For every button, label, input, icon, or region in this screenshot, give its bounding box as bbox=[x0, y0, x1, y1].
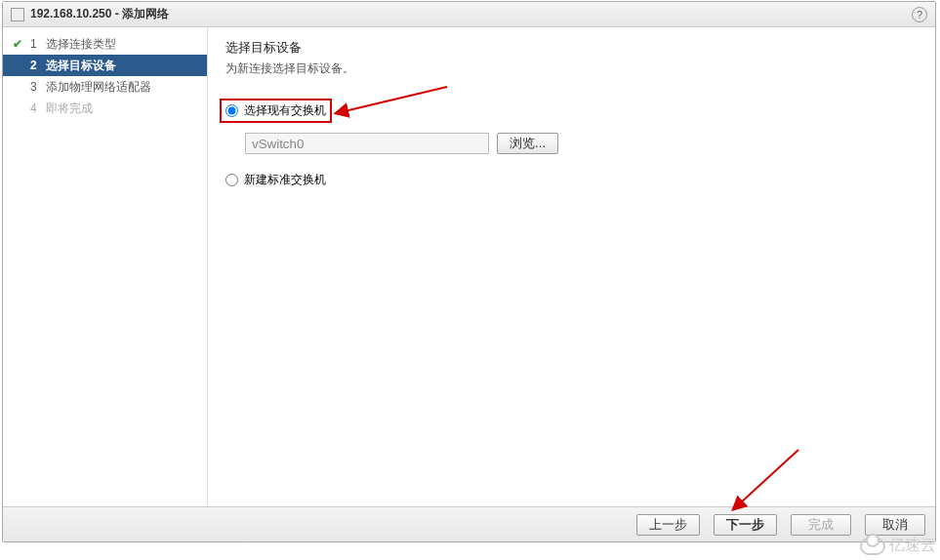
switch-name-input bbox=[245, 133, 489, 154]
step-label: 选择连接类型 bbox=[46, 36, 116, 53]
title-host: 192.168.10.250 bbox=[30, 7, 111, 20]
step-number: 4 bbox=[30, 101, 42, 115]
browse-button[interactable]: 浏览... bbox=[497, 133, 558, 154]
checkmark-icon: ✔ bbox=[13, 37, 26, 51]
cloud-icon bbox=[860, 538, 885, 555]
wizard-steps-sidebar: ✔ 1 选择连接类型 ✔ 2 选择目标设备 ✔ 3 添加物理网络适配器 ✔ 4 … bbox=[3, 27, 208, 506]
existing-switch-row: 浏览... bbox=[245, 133, 918, 154]
back-button[interactable]: 上一步 bbox=[636, 514, 700, 536]
option-existing-label: 选择现有交换机 bbox=[244, 102, 326, 119]
wizard-content: 选择目标设备 为新连接选择目标设备。 选择现有交换机 浏览... 新建标准交换机 bbox=[208, 27, 935, 506]
step-number: 3 bbox=[30, 80, 42, 94]
step-4[interactable]: ✔ 4 即将完成 bbox=[3, 98, 207, 119]
wizard-footer: 上一步 下一步 完成 取消 bbox=[3, 506, 935, 541]
step-1[interactable]: ✔ 1 选择连接类型 bbox=[3, 33, 207, 55]
dialog-body: ✔ 1 选择连接类型 ✔ 2 选择目标设备 ✔ 3 添加物理网络适配器 ✔ 4 … bbox=[3, 27, 935, 506]
step-2[interactable]: ✔ 2 选择目标设备 bbox=[3, 55, 207, 76]
radio-existing-switch[interactable] bbox=[225, 104, 238, 117]
wizard-dialog: 192.168.10.250 - 添加网络 ? ✔ 1 选择连接类型 ✔ 2 选… bbox=[2, 1, 936, 542]
watermark-text: 亿速云 bbox=[889, 536, 936, 556]
next-button[interactable]: 下一步 bbox=[714, 514, 777, 536]
title-text: 添加网络 bbox=[122, 7, 169, 20]
radio-new-switch[interactable] bbox=[225, 174, 238, 186]
title-sep: - bbox=[111, 7, 122, 20]
step-number: 1 bbox=[30, 37, 42, 51]
content-subheading: 为新连接选择目标设备。 bbox=[225, 60, 918, 77]
option-new-label: 新建标准交换机 bbox=[244, 172, 326, 188]
watermark: 亿速云 bbox=[860, 536, 936, 556]
option-new-switch[interactable]: 新建标准交换机 bbox=[225, 172, 918, 188]
content-heading: 选择目标设备 bbox=[225, 39, 918, 57]
help-icon[interactable]: ? bbox=[912, 7, 927, 22]
step-label: 即将完成 bbox=[46, 100, 93, 117]
cancel-button[interactable]: 取消 bbox=[865, 514, 925, 536]
step-label: 添加物理网络适配器 bbox=[46, 79, 151, 96]
titlebar: 192.168.10.250 - 添加网络 ? bbox=[3, 2, 935, 27]
step-number: 2 bbox=[30, 59, 42, 72]
option-existing-switch[interactable]: 选择现有交换机 bbox=[220, 99, 332, 123]
finish-button: 完成 bbox=[791, 514, 851, 536]
svg-line-0 bbox=[345, 87, 447, 111]
step-label: 选择目标设备 bbox=[46, 58, 116, 74]
host-icon bbox=[11, 8, 24, 21]
window-title: 192.168.10.250 - 添加网络 bbox=[30, 6, 912, 22]
annotation-arrow-icon bbox=[335, 82, 452, 124]
step-3[interactable]: ✔ 3 添加物理网络适配器 bbox=[3, 76, 207, 98]
